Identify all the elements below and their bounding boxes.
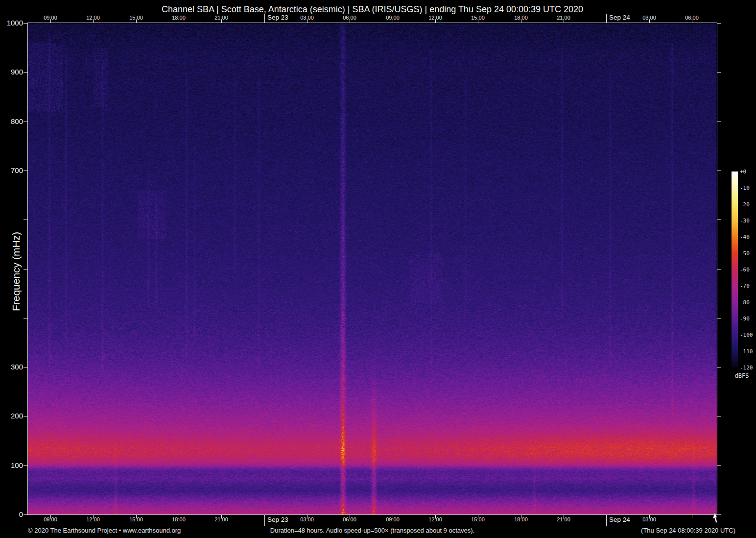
page-title: Channel SBA | Scott Base, Antarctica (se…: [28, 4, 717, 15]
x-tick-label: 15:00: [461, 15, 495, 21]
x-tick-label: 03:00: [290, 15, 324, 21]
colorbar-tick-label: +0: [740, 169, 756, 175]
y-tick-mark: [24, 514, 27, 515]
x-tick-label: 09:00: [376, 15, 410, 21]
x-tick-label: 09:00: [33, 516, 68, 522]
colorbar: [732, 171, 738, 367]
x-tick-label: 12:00: [418, 516, 452, 522]
x-tick-label: 18:00: [162, 15, 196, 21]
y-tick-mark: [24, 367, 27, 367]
y-tick-mark: [717, 318, 721, 318]
y-tick-mark: [24, 122, 27, 122]
y-tick-label: 200: [0, 412, 23, 420]
x-tick-label: 12:00: [76, 516, 110, 522]
x-tick-label: 03:00: [290, 516, 324, 522]
y-axis-label: Frequency (mHz): [10, 218, 22, 325]
y-tick-mark: [24, 72, 27, 73]
x-tick-mark: [606, 515, 607, 526]
y-tick-label: 1000: [0, 19, 23, 27]
x-tick-label: 06:00: [675, 15, 709, 21]
x-tick-label: 21:00: [546, 516, 581, 522]
x-tick-label: 15:00: [119, 516, 153, 522]
x-tick-label: 06:00: [332, 516, 367, 522]
footer-duration: Duration=48 hours. Audio speed-up=500× (…: [28, 527, 717, 534]
colorbar-tick-label: -10: [740, 185, 756, 191]
colorbar-tick-label: -70: [740, 283, 756, 289]
x-tick-label: 12:00: [76, 15, 110, 21]
y-tick-mark: [24, 23, 27, 24]
colorbar-tick-label: -30: [740, 218, 756, 224]
x-tick-label: 09:00: [33, 15, 68, 21]
y-tick-mark: [717, 122, 721, 122]
y-tick-mark: [717, 416, 721, 416]
colorbar-tick-label: -110: [740, 348, 756, 355]
colorbar-tick-label: -50: [740, 250, 756, 257]
colorbar-tick-label: -100: [740, 332, 756, 338]
y-tick-mark: [24, 269, 27, 269]
x-tick-label: 03:00: [632, 516, 666, 522]
x-tick-label: 18:00: [162, 516, 196, 522]
x-tick-mark: [264, 515, 265, 526]
x-tick-mark: [606, 14, 607, 23]
x-tick-label: 12:00: [418, 15, 452, 21]
colorbar-tick-label: -120: [740, 365, 756, 371]
mouse-cursor-icon: [710, 512, 723, 527]
y-tick-mark: [717, 220, 721, 220]
x-tick-label: 15:00: [119, 15, 153, 21]
x-tick-label: 18:00: [504, 516, 538, 522]
colorbar-title: dBFS: [731, 372, 753, 379]
colorbar-tick-label: -80: [740, 299, 756, 306]
colorbar-tick-label: -40: [740, 234, 756, 240]
colorbar-tick-label: -20: [740, 201, 756, 208]
y-tick-mark: [717, 171, 721, 171]
y-tick-mark: [717, 465, 721, 466]
y-tick-mark: [717, 367, 721, 367]
y-tick-label: 900: [0, 68, 23, 76]
x-tick-label: 21:00: [546, 15, 581, 21]
x-tick-label: 18:00: [504, 15, 538, 21]
y-tick-mark: [24, 171, 27, 171]
y-tick-mark: [24, 220, 27, 220]
colorbar-tick-label: -90: [740, 316, 756, 322]
y-tick-label: 700: [0, 166, 23, 174]
x-tick-label: 06:00: [332, 15, 367, 21]
y-tick-mark: [717, 23, 721, 24]
y-tick-label: 100: [0, 461, 23, 469]
colorbar-tick-label: -60: [740, 267, 756, 273]
y-tick-mark: [24, 318, 27, 318]
y-tick-mark: [24, 465, 27, 466]
y-tick-mark: [717, 72, 721, 73]
spectrogram-canvas: [28, 23, 717, 514]
spectrogram-page: Channel SBA | Scott Base, Antarctica (se…: [0, 0, 756, 538]
y-tick-label: 800: [0, 117, 23, 125]
y-tick-mark: [24, 416, 27, 416]
x-tick-label: 15:00: [461, 516, 495, 522]
x-tick-label: 21:00: [204, 15, 238, 21]
footer-end-time: (Thu Sep 24 08:00:39 2020 UTC): [641, 527, 735, 534]
x-tick-mark: [692, 515, 692, 518]
x-tick-label: 09:00: [376, 516, 410, 522]
x-tick-mark: [264, 14, 265, 23]
y-tick-label: 300: [0, 363, 23, 371]
x-tick-label: 03:00: [632, 15, 666, 21]
y-tick-label: 0: [0, 510, 23, 518]
x-tick-label: 21:00: [204, 516, 238, 522]
y-tick-mark: [717, 269, 721, 269]
